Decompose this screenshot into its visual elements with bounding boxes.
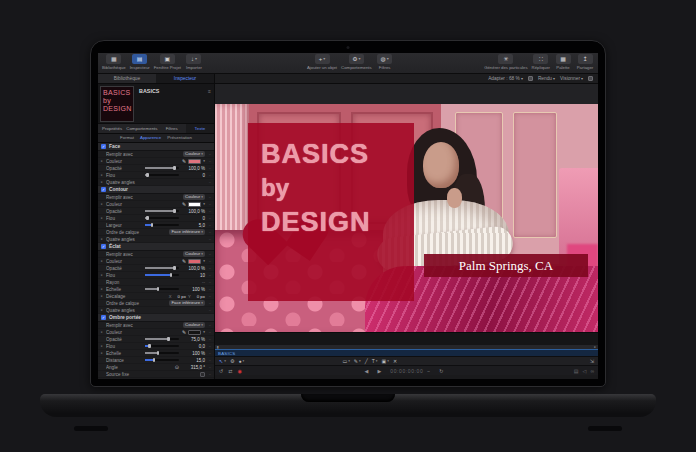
zoom-select[interactable]: Adapter : 68 %▾ xyxy=(488,76,523,81)
keyframe-menu-icon[interactable]: − xyxy=(205,259,211,264)
slider-track[interactable] xyxy=(145,210,179,212)
inspector-subtab-format[interactable]: Format xyxy=(120,134,134,142)
inspector-subtab-présentation[interactable]: Présentation xyxy=(167,134,192,142)
keyframe-menu-icon[interactable]: − xyxy=(205,323,211,328)
location-caption[interactable]: Palm Springs, CA xyxy=(424,254,588,277)
audio-icon[interactable]: ◁ xyxy=(583,368,587,374)
image-tool[interactable]: ▣▾ xyxy=(382,358,389,364)
angle-dial-icon[interactable]: ⊙ xyxy=(175,364,179,370)
slider-thumb[interactable] xyxy=(148,344,151,349)
keyframe-menu-icon[interactable]: − xyxy=(205,216,211,221)
film-icon[interactable]: ▤ xyxy=(574,368,579,374)
slider-thumb[interactable] xyxy=(173,209,176,214)
keyframe-menu-icon[interactable]: − xyxy=(205,330,211,335)
toolbar-inspector-button[interactable]: ▤Inspecteur xyxy=(130,54,150,70)
slider-track[interactable] xyxy=(145,174,179,176)
slider-thumb[interactable] xyxy=(153,358,156,363)
keyframe-menu-icon[interactable]: − xyxy=(205,209,211,214)
eyedropper-icon[interactable]: ✎ xyxy=(182,201,186,207)
link-icon[interactable]: ∞ xyxy=(590,368,594,374)
keyframe-menu-icon[interactable]: − xyxy=(205,301,211,306)
inspector-tab-filtres[interactable]: Filtres xyxy=(157,124,185,133)
toolbar-filters-button[interactable]: ◍▾Filtres xyxy=(376,54,394,70)
y-value[interactable]: 0 px xyxy=(197,294,205,299)
slider-thumb[interactable] xyxy=(167,337,170,342)
slider-thumb[interactable] xyxy=(157,287,160,292)
timeline-clip[interactable]: BASICS xyxy=(215,349,598,356)
select-remplir-avec[interactable]: Couleur ▾ xyxy=(183,322,205,329)
filters-tool[interactable]: ●▾ xyxy=(238,358,244,364)
slider-thumb[interactable] xyxy=(170,273,173,278)
inspector-subtab-apparence[interactable]: Apparence xyxy=(140,134,161,142)
slider-track[interactable] xyxy=(145,359,179,361)
slider-track[interactable] xyxy=(145,217,179,219)
select-remplir-avec[interactable]: Couleur ▾ xyxy=(183,194,205,201)
keyframe-menu-icon[interactable]: − xyxy=(205,202,211,207)
toolbar-library-button[interactable]: ▦Bibliothèque xyxy=(102,54,126,70)
channel-swatch[interactable] xyxy=(528,76,533,81)
inspector-tab-texte[interactable]: Texte xyxy=(186,124,214,133)
minus-button[interactable]: − xyxy=(427,368,430,374)
eyedropper-icon[interactable]: ✎ xyxy=(182,329,186,335)
toolbar-palette-button[interactable]: ▦Palette xyxy=(554,54,572,70)
keyframe-menu-icon[interactable]: − xyxy=(205,195,211,200)
toolbar-share-button[interactable]: ↥Partager xyxy=(576,54,594,70)
slider-track[interactable] xyxy=(145,288,179,290)
inspector-tab-comportements[interactable]: Comportements xyxy=(126,124,157,133)
render-menu[interactable]: Rendu▾ xyxy=(538,76,555,81)
keyframe-menu-icon[interactable]: − xyxy=(205,351,211,356)
eyedropper-icon[interactable]: ✎ xyxy=(182,258,186,264)
section-checkbox[interactable]: ✓ xyxy=(101,187,106,192)
color-swatch[interactable] xyxy=(188,159,201,164)
color-swatch[interactable] xyxy=(188,330,201,335)
select-tool[interactable]: ↖▾ xyxy=(219,358,226,364)
toolbar-replicate-button[interactable]: ∷Répliquer xyxy=(532,54,550,70)
keyframe-menu-icon[interactable]: − xyxy=(205,337,211,342)
slider-track[interactable] xyxy=(145,267,179,269)
keyframe-menu-icon[interactable]: − xyxy=(205,266,211,271)
select-remplir-avec[interactable]: Couleur ▾ xyxy=(183,151,205,158)
eyedropper-icon[interactable]: ✎ xyxy=(182,158,186,164)
toolbar-import-button[interactable]: ↓▾Importer xyxy=(185,54,203,70)
keyframe-menu-icon[interactable]: − xyxy=(205,173,211,178)
keyframe-menu-icon[interactable]: − xyxy=(205,365,211,370)
keyframe-menu-icon[interactable]: − xyxy=(205,280,211,285)
slider-track[interactable] xyxy=(145,338,179,340)
adjust-icon[interactable]: ≡ xyxy=(208,88,211,123)
behaviors-tool[interactable]: ⚙ xyxy=(230,358,234,364)
toolbar-add-object-button[interactable]: +▾Ajouter un objet xyxy=(307,54,337,70)
slider-thumb[interactable] xyxy=(146,173,149,178)
keyframe-menu-icon[interactable]: − xyxy=(205,230,211,235)
loop-playback[interactable]: ↺ xyxy=(219,368,223,374)
swap-range[interactable]: ⇄ xyxy=(228,368,232,374)
toolbar-emit-particles-button[interactable]: ✳Générer des particules xyxy=(484,54,527,70)
keyframe-menu-icon[interactable]: − xyxy=(205,180,211,185)
color-swatch[interactable] xyxy=(188,259,201,264)
keyframe-menu-icon[interactable]: − xyxy=(205,273,211,278)
play-button[interactable]: ▶ xyxy=(377,368,381,374)
keyframe-menu-icon[interactable]: − xyxy=(205,344,211,349)
section-checkbox[interactable]: ✓ xyxy=(101,144,106,149)
rectangle-tool[interactable]: ▭▾ xyxy=(342,358,349,364)
slider-thumb[interactable] xyxy=(146,216,149,221)
keyframe-menu-icon[interactable]: − xyxy=(205,358,211,363)
expand-icon[interactable]: ⇲ xyxy=(590,358,594,364)
keyframe-menu-icon[interactable]: − xyxy=(205,287,211,292)
slider-thumb[interactable] xyxy=(173,166,176,171)
keyframe-menu-icon[interactable]: − xyxy=(205,152,211,157)
slider-track[interactable] xyxy=(145,345,179,347)
section-checkbox[interactable]: ✓ xyxy=(101,315,106,320)
line-tool[interactable]: ╱ xyxy=(365,358,368,364)
keyframe-menu-icon[interactable]: − xyxy=(205,308,211,313)
select-ordre-de-calque[interactable]: Face inférieure ▾ xyxy=(169,229,205,236)
select-ordre-de-calque[interactable]: Face inférieure ▾ xyxy=(169,300,205,307)
toolbar-behaviors-button[interactable]: ⚙▾Comportements xyxy=(341,54,372,70)
inspector-tab-propriétés[interactable]: Propriétés xyxy=(98,124,126,133)
select-remplir-avec[interactable]: Couleur ▾ xyxy=(183,251,205,258)
slider-track[interactable] xyxy=(145,224,179,226)
text-tool[interactable]: T▾ xyxy=(372,358,378,364)
x-value[interactable]: 0 px xyxy=(178,294,186,299)
view-menu[interactable]: Visionner▾ xyxy=(560,76,583,81)
canvas-viewport[interactable]: BASICS by DESIGN Palm Springs, CA xyxy=(215,84,598,332)
toolbar-project-window-button[interactable]: ▣Fenêtre Projet xyxy=(154,54,181,70)
